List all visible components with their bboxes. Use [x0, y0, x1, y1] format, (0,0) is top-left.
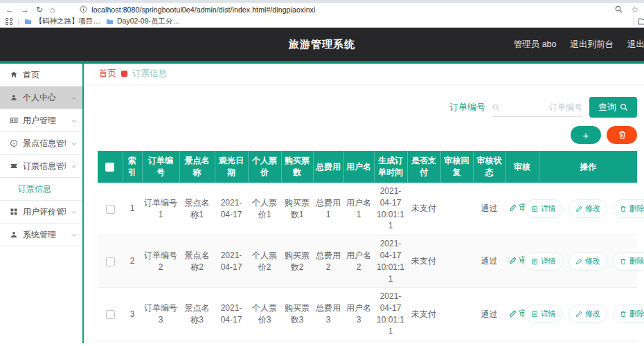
cell-created-time: 2021-04-17 10:01:11	[374, 183, 407, 235]
bookmark-star-icon[interactable]: ☆	[631, 6, 638, 14]
sidebar-item-ticket-info[interactable]: 订票信息管理	[0, 155, 82, 178]
sidebar-item-user-management[interactable]: 用户管理	[0, 109, 82, 132]
pencil-icon	[509, 204, 517, 212]
cell-pay-status: 未支付	[407, 183, 440, 235]
delete-button[interactable]: 删除	[613, 199, 644, 218]
cell-created-time: 2021-04-17 10:01:11	[374, 288, 407, 340]
add-button[interactable]: +	[571, 126, 601, 144]
order-no-input[interactable]	[503, 102, 582, 112]
chevron-down-icon	[71, 209, 77, 215]
breadcrumb-separator-icon	[121, 71, 127, 77]
cell-index: 2	[123, 235, 142, 288]
sidebar-item-scenic-info[interactable]: 景点信息管理	[0, 132, 82, 155]
folder-icon	[24, 19, 32, 25]
app-header: 旅游管理系统 管理员 abo 退出到前台 退出登录	[0, 28, 644, 64]
cell-index: 4	[123, 340, 142, 343]
sidebar-item-personal-center[interactable]: 个人中心	[0, 86, 82, 109]
edit-button[interactable]: 修改	[569, 199, 607, 218]
cell-ticket-count: 购买票数4	[281, 340, 313, 343]
column-header: 购买票数	[281, 151, 313, 183]
cell-index: 3	[123, 288, 142, 340]
bookmark-item[interactable]: 【码神之路】项目…	[24, 17, 101, 26]
cell-created-time: 2021-04-17 10:01:11	[374, 235, 407, 288]
cell-ticket-count: 购买票数3	[281, 288, 313, 340]
column-header: 操作	[539, 151, 637, 183]
query-button[interactable]: 查询	[589, 97, 637, 118]
cell-audit-reply	[440, 340, 473, 343]
column-header: 审核回复	[440, 151, 473, 183]
sidebar-item-home[interactable]: 首页	[0, 64, 82, 86]
cell-price: 个人票价3	[248, 288, 281, 340]
zoom-icon[interactable]	[615, 6, 623, 13]
column-header: 个人票价	[248, 151, 281, 183]
delete-button[interactable]: 删除	[613, 304, 644, 323]
batch-delete-button[interactable]	[607, 126, 637, 144]
search-field-label: 订单编号	[449, 101, 485, 113]
back-icon[interactable]: ←	[6, 6, 14, 14]
row-checkbox[interactable]	[106, 257, 115, 266]
cell-scenic-name: 景点名称2	[179, 235, 215, 288]
bookmark-label: 【码神之路】项目…	[35, 17, 101, 26]
browser-chrome: ← → ↻ ⌂ localhost:8080/springbootul0e4/a…	[0, 0, 644, 28]
forward-icon[interactable]: →	[21, 6, 29, 14]
bookmark-item[interactable]: Day02-09-员工分…	[106, 17, 180, 26]
chevron-up-icon	[71, 163, 77, 170]
detail-button[interactable]: 详情	[524, 199, 563, 218]
reload-icon[interactable]: ↻	[36, 6, 43, 14]
table-row: 3 订单编号3 景点名称3 2021-04-17 个人票价3 购买票数3 总费用…	[98, 288, 637, 340]
sidebar-subitem-ticket-info[interactable]: 订票信息	[0, 178, 82, 201]
cell-username: 用户名1	[343, 183, 374, 235]
pencil-icon	[575, 311, 582, 318]
cell-total-cost: 总费用4	[313, 340, 343, 343]
url-text[interactable]: localhost:8080/springbootul0e4/admin/dis…	[91, 6, 315, 14]
delete-button[interactable]: 删除	[613, 252, 644, 271]
trash-icon	[620, 206, 627, 212]
trash-icon	[618, 131, 626, 139]
cell-username: 用户名3	[343, 288, 374, 340]
edit-button[interactable]: 修改	[569, 304, 607, 323]
url-bar[interactable]: localhost:8080/springbootul0e4/admin/dis…	[62, 4, 608, 15]
row-checkbox[interactable]	[106, 205, 115, 214]
detail-button[interactable]: 详情	[524, 252, 563, 271]
apps-grid-icon[interactable]	[6, 18, 12, 25]
folder-icon[interactable]	[638, 18, 644, 25]
search-icon	[620, 103, 628, 111]
pencil-icon	[575, 206, 582, 212]
plus-icon: +	[583, 129, 589, 141]
bookmarks-bar: 【码神之路】项目… Day02-09-员工分…	[0, 16, 644, 27]
cell-pay-status: 未支付	[407, 340, 440, 343]
site-info-icon[interactable]	[80, 6, 87, 13]
exit-to-front-link[interactable]: 退出到前台	[571, 39, 614, 51]
search-box	[492, 98, 582, 117]
detail-button[interactable]: 详情	[524, 304, 563, 323]
ticket-icon	[10, 162, 18, 170]
cell-pay-status: 未支付	[407, 288, 440, 340]
column-header: 审核状态	[473, 151, 506, 183]
home-icon[interactable]: ⌂	[50, 6, 55, 14]
sidebar-item-system[interactable]: 系统管理	[0, 224, 82, 246]
sidebar-item-user-review[interactable]: 用户评价管理	[0, 201, 82, 224]
cell-price: 个人票价1	[248, 183, 281, 235]
sidebar: 首页 个人中心 用户管理 景点信息管理 订票信息管理 订票信息 用户评价管理	[0, 64, 84, 343]
cell-total-cost: 总费用1	[313, 183, 343, 235]
cell-scenic-name: 景点名称4	[179, 340, 215, 343]
cell-visit-date: 2021-04-17	[215, 183, 248, 235]
row-checkbox[interactable]	[106, 310, 115, 319]
breadcrumb-home-link[interactable]: 首页	[99, 68, 116, 80]
orders-table: 索引订单编号景点名称观光日期个人票价购买票数总费用用户名生成订单时间是否支付审核…	[98, 151, 637, 343]
cell-price: 个人票价4	[248, 340, 281, 343]
cell-order-no: 订单编号4	[142, 340, 179, 343]
table-row: 1 订单编号1 景点名称1 2021-04-17 个人票价1 购买票数1 总费用…	[98, 183, 637, 235]
select-all-checkbox[interactable]	[105, 163, 114, 172]
current-user: 管理员 abo	[514, 39, 557, 51]
cell-index: 1	[123, 183, 142, 235]
cell-total-cost: 总费用3	[313, 288, 343, 340]
search-icon	[492, 103, 500, 111]
cell-visit-date: 2021-04-17	[215, 340, 248, 343]
column-header: 订单编号	[142, 151, 179, 183]
row-actions: 详情修改删除	[541, 304, 635, 323]
edit-button[interactable]: 修改	[569, 252, 607, 271]
folder-icon	[106, 19, 114, 25]
logout-link[interactable]: 退出登录	[627, 39, 644, 51]
column-header: 用户名	[343, 151, 374, 183]
